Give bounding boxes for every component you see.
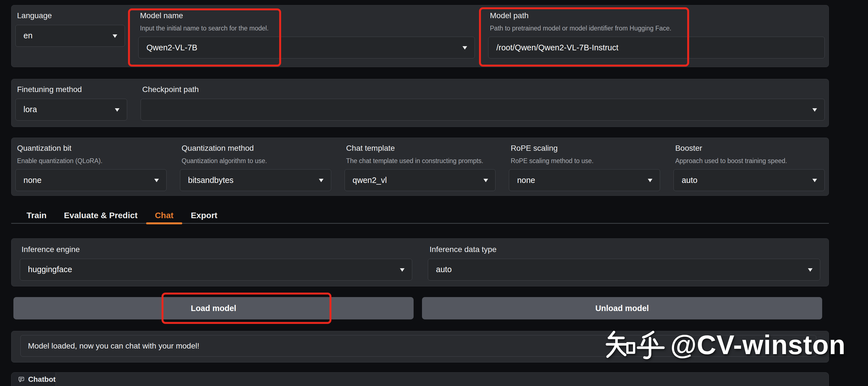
chatbot-label: Chatbot bbox=[11, 373, 56, 386]
inference-engine-value: huggingface bbox=[28, 265, 72, 274]
inference-data-type-value: auto bbox=[436, 265, 452, 274]
tab-chat[interactable]: Chat bbox=[146, 209, 182, 223]
caret-down-icon: ▼ bbox=[482, 177, 490, 183]
chat-template-description: The chat template used in constructing p… bbox=[346, 157, 496, 165]
model-path-input[interactable]: /root/Qwen/Qwen2-VL-7B-Instruct bbox=[488, 37, 825, 58]
llamafactory-webui: Language en ▼ Model name Input the initi… bbox=[0, 0, 868, 386]
inference-data-type-group: Inference data type auto ▼ bbox=[428, 242, 820, 283]
caret-down-icon: ▼ bbox=[153, 177, 160, 183]
caret-down-icon: ▼ bbox=[646, 177, 654, 183]
booster-value: auto bbox=[682, 176, 697, 185]
inference-card: Inference engine huggingface ▼ Inference… bbox=[11, 238, 829, 287]
rope-scaling-label: RoPE scaling bbox=[510, 144, 660, 153]
quantization-method-group: Quantization method Quantization algorit… bbox=[180, 141, 331, 193]
checkpoint-path-label: Checkpoint path bbox=[142, 85, 825, 94]
inference-engine-label: Inference engine bbox=[22, 245, 412, 254]
inference-engine-group: Inference engine huggingface ▼ bbox=[20, 242, 412, 283]
model-name-dropdown[interactable]: Qwen2-VL-7B ▼ bbox=[138, 37, 475, 58]
caret-down-icon: ▼ bbox=[111, 32, 119, 39]
rope-scaling-value: none bbox=[517, 176, 535, 185]
tab-export[interactable]: Export bbox=[182, 209, 226, 223]
chat-template-label: Chat template bbox=[346, 144, 496, 153]
tab-evaluate-predict[interactable]: Evaluate & Predict bbox=[55, 209, 146, 223]
language-dropdown[interactable]: en ▼ bbox=[16, 25, 125, 47]
inference-data-type-dropdown[interactable]: auto ▼ bbox=[428, 259, 820, 280]
model-card: Language en ▼ Model name Input the initi… bbox=[11, 5, 829, 67]
model-name-description: Input the initial name to search for the… bbox=[140, 25, 475, 32]
booster-description: Approach used to boost training speed. bbox=[675, 157, 825, 165]
advanced-card: Quantization bit Enable quantization (QL… bbox=[11, 138, 829, 196]
finetuning-method-label: Finetuning method bbox=[17, 85, 127, 94]
checkpoint-path-dropdown[interactable]: ▼ bbox=[141, 99, 825, 121]
booster-group: Booster Approach used to boost training … bbox=[674, 141, 825, 193]
caret-down-icon: ▼ bbox=[399, 266, 406, 273]
caret-down-icon: ▼ bbox=[461, 44, 469, 51]
quantization-bit-label: Quantization bit bbox=[17, 144, 166, 153]
chat-template-dropdown[interactable]: qwen2_vl ▼ bbox=[345, 169, 496, 191]
caret-down-icon: ▼ bbox=[811, 106, 819, 113]
chatbot-panel: Chatbot bbox=[11, 372, 829, 386]
model-path-description: Path to pretrained model or model identi… bbox=[490, 25, 825, 32]
quantization-method-description: Quantization algorithm to use. bbox=[182, 157, 331, 165]
chatbot-label-text: Chatbot bbox=[28, 375, 56, 384]
inference-data-type-label: Inference data type bbox=[430, 245, 820, 254]
quantization-bit-group: Quantization bit Enable quantization (QL… bbox=[16, 141, 166, 193]
model-name-label: Model name bbox=[140, 11, 475, 21]
checkpoint-path-group: Checkpoint path ▼ bbox=[141, 82, 825, 124]
model-name-group: Model name Input the initial name to sea… bbox=[138, 8, 475, 64]
finetuning-method-value: lora bbox=[24, 105, 37, 114]
quantization-bit-dropdown[interactable]: none ▼ bbox=[16, 169, 166, 191]
rope-scaling-group: RoPE scaling RoPE scaling method to use.… bbox=[509, 141, 660, 193]
language-value: en bbox=[24, 31, 32, 40]
model-name-value: Qwen2-VL-7B bbox=[147, 43, 197, 52]
unload-model-button[interactable]: Unload model bbox=[422, 297, 822, 320]
chat-template-value: qwen2_vl bbox=[353, 176, 387, 185]
load-model-button[interactable]: Load model bbox=[13, 297, 413, 320]
watermark: @CV-winston bbox=[606, 329, 846, 360]
caret-down-icon: ▼ bbox=[317, 177, 325, 183]
language-label: Language bbox=[17, 11, 125, 21]
quantization-method-dropdown[interactable]: bitsandbytes ▼ bbox=[180, 169, 331, 191]
model-path-group: Model path Path to pretrained model or m… bbox=[488, 8, 825, 64]
caret-down-icon: ▼ bbox=[114, 106, 121, 113]
finetune-card: Finetuning method lora ▼ Checkpoint path… bbox=[11, 79, 829, 127]
model-path-label: Model path bbox=[490, 11, 825, 21]
inference-engine-dropdown[interactable]: huggingface ▼ bbox=[20, 259, 412, 280]
rope-scaling-description: RoPE scaling method to use. bbox=[510, 157, 660, 165]
finetuning-method-dropdown[interactable]: lora ▼ bbox=[16, 99, 127, 121]
rope-scaling-dropdown[interactable]: none ▼ bbox=[509, 169, 660, 191]
caret-down-icon: ▼ bbox=[807, 266, 814, 273]
booster-dropdown[interactable]: auto ▼ bbox=[674, 169, 825, 191]
tab-train[interactable]: Train bbox=[18, 209, 55, 223]
quantization-bit-description: Enable quantization (QLoRA). bbox=[17, 157, 166, 165]
main-tabs: Train Evaluate & Predict Chat Export bbox=[11, 209, 829, 224]
chat-template-group: Chat template The chat template used in … bbox=[345, 141, 496, 193]
quantization-bit-value: none bbox=[24, 176, 42, 185]
quantization-method-value: bitsandbytes bbox=[188, 176, 234, 185]
language-group: Language en ▼ bbox=[16, 8, 125, 64]
zhihu-logo-icon bbox=[606, 330, 665, 359]
chat-bubble-icon bbox=[18, 376, 25, 383]
caret-down-icon: ▼ bbox=[811, 177, 819, 183]
finetuning-method-group: Finetuning method lora ▼ bbox=[16, 82, 127, 124]
quantization-method-label: Quantization method bbox=[182, 144, 331, 153]
status-message: Model loaded, now you can chat with your… bbox=[28, 342, 199, 351]
model-path-value: /root/Qwen/Qwen2-VL-7B-Instruct bbox=[496, 43, 618, 52]
watermark-handle: @CV-winston bbox=[671, 329, 846, 360]
booster-label: Booster bbox=[675, 144, 825, 153]
